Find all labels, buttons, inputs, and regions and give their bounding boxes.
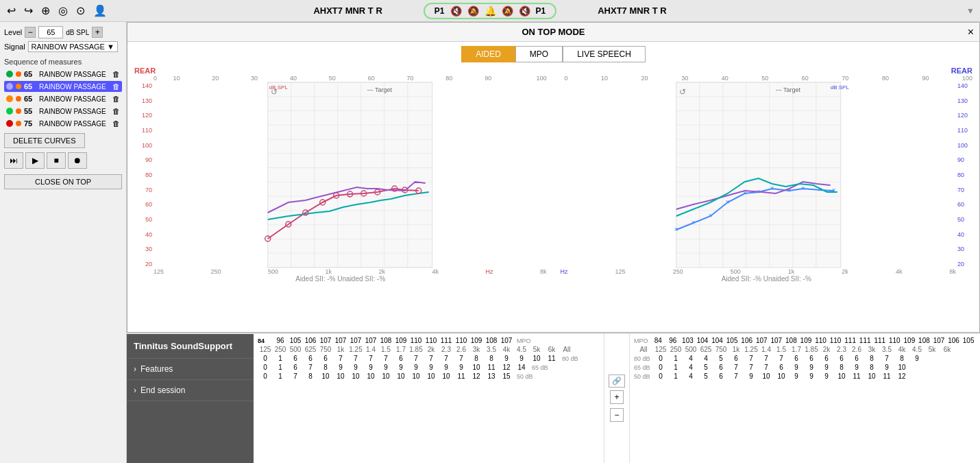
mute3-icon[interactable]: 🔕 bbox=[502, 5, 513, 16]
freq-row-left: 125 250 500 625 750 1k 1.25 1.4 1.5 1.7 … bbox=[258, 346, 600, 353]
row-65-right: 65 dB 0 1 4 5 6 7 7 7 6 9 9 9 8 9 8 9 bbox=[634, 364, 976, 371]
seq-num-2: 65 bbox=[24, 95, 36, 103]
play-step-btn[interactable]: ⏭ bbox=[4, 152, 23, 169]
seq-name-4: RAINBOW PASSAGE bbox=[39, 120, 110, 128]
mute4-icon[interactable]: 🔇 bbox=[519, 5, 530, 16]
right-chart-inner: × × × × × × × × × × × bbox=[561, 82, 973, 268]
level-minus-btn[interactable]: − bbox=[25, 27, 36, 38]
seq-item-2[interactable]: 65 RAINBOW PASSAGE 🗑 bbox=[4, 93, 122, 104]
modal-tabs: AIDED MPO LIVE SPEECH bbox=[127, 42, 979, 67]
seq-trash-4[interactable]: 🗑 bbox=[112, 119, 120, 128]
mpo-row-right: MPO 84 96 103 104 104 105 106 107 107 10… bbox=[634, 337, 976, 344]
stop-btn[interactable]: ■ bbox=[47, 152, 66, 169]
right-data-table: MPO 84 96 103 104 104 105 106 107 107 10… bbox=[630, 334, 980, 463]
svg-text:↺: ↺ bbox=[678, 87, 685, 97]
svg-text:×: × bbox=[800, 185, 805, 192]
playback-row: ⏭ ▶ ■ ⏺ bbox=[4, 152, 122, 169]
features-arrow: › bbox=[134, 364, 136, 374]
seq-color-4 bbox=[6, 120, 13, 127]
freq-row-right: All 125 250 500 625 750 1k 1.25 1.4 1.5 … bbox=[634, 346, 976, 353]
tab-aided[interactable]: AIDED bbox=[461, 46, 515, 62]
undo-btn[interactable]: ↩ bbox=[5, 3, 17, 19]
seq-trash-3[interactable]: 🗑 bbox=[112, 107, 120, 115]
bell-icon[interactable]: 🔔 bbox=[485, 5, 496, 16]
end-session-label: End session bbox=[140, 385, 185, 395]
close-on-top-btn[interactable]: CLOSE ON TOP bbox=[4, 174, 122, 189]
seq-color-0 bbox=[6, 71, 13, 78]
right-chart-svg: × × × × × × × × × × × bbox=[561, 82, 957, 268]
sidebar-item-features[interactable]: › Features bbox=[127, 359, 254, 380]
left-chart-inner: 1401301201101009080706050403020 bbox=[134, 82, 547, 268]
settings-btn[interactable]: ⊙ bbox=[75, 3, 86, 19]
label-50: 50 dB bbox=[517, 373, 533, 380]
left-chart-xfreq: 125 250 500 1k 2k 4k Hz 8k bbox=[134, 268, 547, 275]
sidebar-app-name: Tinnitus SoundSupport bbox=[127, 334, 254, 359]
seq-item-4[interactable]: 75 RAINBOW PASSAGE 🗑 bbox=[4, 118, 122, 129]
toolbar: ↩ ↪ ⊕ ◎ ⊙ 👤 AHXT7 MNR T R P1 🔇 🔕 🔔 🔕 🔇 P… bbox=[0, 0, 980, 22]
minus-btn[interactable]: − bbox=[610, 408, 623, 422]
left-chart: REAR 0102030405060708090100 140130120110… bbox=[134, 67, 547, 328]
target-btn[interactable]: ⊕ bbox=[40, 3, 51, 19]
dropdown-arrow: ▼ bbox=[966, 6, 975, 16]
tab-live-speech[interactable]: LIVE SPEECH bbox=[563, 46, 646, 62]
seq-name-3: RAINBOW PASSAGE bbox=[39, 108, 110, 115]
mute2-icon[interactable]: 🔕 bbox=[467, 5, 479, 16]
svg-text:×: × bbox=[725, 198, 729, 206]
toolbar-center: AHXT7 MNR T R P1 🔇 🔕 🔔 🔕 🔇 P1 AHXT7 MNR … bbox=[156, 3, 824, 19]
right-yaxis: 1401301201101009080706050403020 bbox=[956, 82, 972, 268]
mute1-icon[interactable]: 🔇 bbox=[450, 5, 462, 16]
seq-trash-1[interactable]: 🗑 bbox=[112, 82, 120, 91]
sidebar: Tinnitus SoundSupport › Features › End s… bbox=[127, 334, 254, 463]
svg-text:×: × bbox=[831, 187, 835, 194]
level-plus-btn[interactable]: + bbox=[92, 27, 103, 38]
redo-btn[interactable]: ↪ bbox=[23, 3, 34, 19]
left-chart-footer: Aided SII: -% Unaided SII: -% bbox=[134, 275, 547, 283]
delete-curves-btn[interactable]: DELETE CURVES bbox=[4, 133, 85, 148]
level-row: Level − 65 dB SPL + bbox=[4, 26, 122, 38]
seq-item-1[interactable]: 65 RAINBOW PASSAGE 🗑 bbox=[4, 81, 122, 92]
mpo-label-left: 84 bbox=[258, 337, 270, 344]
toolbar-left: ↩ ↪ ⊕ ◎ ⊙ 👤 bbox=[5, 3, 156, 19]
left-yaxis: 1401301201101009080706050403020 bbox=[134, 82, 154, 268]
svg-text:×: × bbox=[770, 185, 774, 192]
p1-right-label: P1 bbox=[536, 6, 546, 16]
left-chart-title: REAR bbox=[134, 67, 547, 75]
charts-row: REAR 0102030405060708090100 140130120110… bbox=[127, 67, 979, 332]
right-chart: REAR 0102030405060708090100 bbox=[561, 67, 973, 328]
left-chart-svg: ↺ --- Target dB SPL bbox=[154, 82, 547, 268]
right-chart-footer: Aided SII: -% Unaided SII: -% bbox=[561, 275, 973, 283]
content-area: ON TOP MODE × AIDED MPO LIVE SPEECH REAR… bbox=[127, 22, 980, 463]
row-80-right: 80 dB 0 1 4 4 5 6 7 7 7 6 6 6 6 6 8 7 bbox=[634, 355, 976, 362]
right-chart-xfreq: Hz 125 250 500 1k 2k 4k 8k bbox=[561, 268, 973, 275]
level-label: Level bbox=[4, 28, 22, 36]
seq-trash-2[interactable]: 🗑 bbox=[112, 95, 120, 103]
row-65-left: 0 1 6 7 8 9 9 9 9 9 9 9 9 9 10 11 12 bbox=[258, 364, 600, 371]
person-btn[interactable]: 👤 bbox=[92, 3, 108, 19]
signal-row: Signal RAINBOW PASSAGE ▼ bbox=[4, 41, 122, 52]
signal-select[interactable]: RAINBOW PASSAGE ▼ bbox=[28, 41, 118, 52]
sidebar-item-end-session[interactable]: › End session bbox=[127, 380, 254, 401]
modal-close-btn[interactable]: × bbox=[968, 26, 974, 38]
seq-name-0: RAINBOW PASSAGE bbox=[39, 71, 110, 78]
row-50-right: 50 dB 0 1 4 5 6 7 9 10 10 9 9 9 10 11 10 bbox=[634, 372, 976, 380]
left-chart-plot: ↺ --- Target dB SPL bbox=[154, 82, 547, 268]
seq-item-3[interactable]: 55 RAINBOW PASSAGE 🗑 bbox=[4, 106, 122, 117]
seq-color-2 bbox=[6, 95, 13, 102]
seq-trash-0[interactable]: 🗑 bbox=[112, 70, 120, 78]
signal-value: RAINBOW PASSAGE bbox=[32, 43, 105, 51]
play-btn[interactable]: ▶ bbox=[25, 152, 45, 169]
tab-mpo[interactable]: MPO bbox=[515, 46, 563, 62]
link-btn[interactable]: 🔗 bbox=[609, 375, 625, 388]
row-50-left: 0 1 7 8 10 10 10 10 10 10 10 10 10 11 12… bbox=[258, 372, 600, 380]
plus-btn[interactable]: + bbox=[610, 390, 623, 404]
seq-color-3 bbox=[6, 108, 13, 115]
seq-item-0[interactable]: 65 RAINBOW PASSAGE 🗑 bbox=[4, 69, 122, 80]
right-chart-xaxis: 0102030405060708090100 bbox=[561, 75, 973, 82]
toolbar-right: ▼ bbox=[824, 6, 975, 16]
history-btn[interactable]: ◎ bbox=[57, 3, 69, 19]
record-btn[interactable]: ⏺ bbox=[68, 152, 87, 169]
row-80-left: 0 1 6 6 6 7 7 7 7 6 7 7 7 7 8 8 9 bbox=[258, 355, 600, 362]
modal-title: ON TOP MODE bbox=[522, 27, 585, 37]
p1-left-label: P1 bbox=[434, 6, 445, 16]
mpo-row-left: 84 96 105 106 107 107 107 107 108 109 11… bbox=[258, 337, 600, 344]
